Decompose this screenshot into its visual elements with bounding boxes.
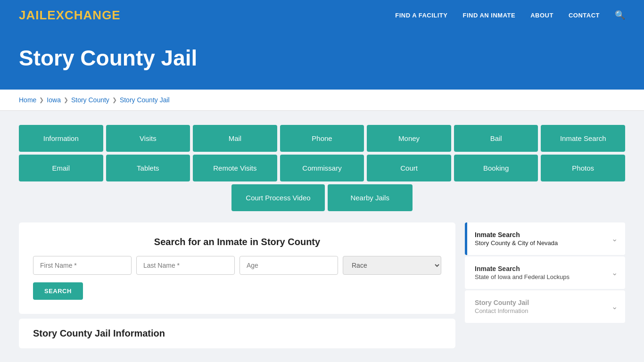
sidebar-item-text-1: Inmate Search Story County & City of Nev… [475,231,558,247]
breadcrumb-sep-2: ❯ [64,97,68,103]
sidebar-item-inmate-search-iowa[interactable]: Inmate Search State of Iowa and Federal … [465,256,625,289]
search-button[interactable]: SEARCH [33,282,83,300]
left-column: Search for an Inmate in Story County Rac… [19,222,455,348]
site-logo[interactable]: JAILEXCHANGE [19,8,121,23]
sidebar-item-inmate-search-county[interactable]: Inmate Search Story County & City of Nev… [465,222,625,255]
btn-commissary[interactable]: Commissary [280,155,364,181]
hero-section: Story County Jail [0,30,644,90]
age-input[interactable] [239,256,338,275]
search-icon[interactable]: 🔍 [615,10,625,20]
main-nav: FIND A FACILITY FIND AN INMATE ABOUT CON… [395,10,625,20]
search-box: Search for an Inmate in Story County Rac… [19,222,455,314]
breadcrumb-bar: Home ❯ Iowa ❯ Story County ❯ Story Count… [0,90,644,111]
breadcrumb-iowa[interactable]: Iowa [47,96,61,104]
breadcrumb-home[interactable]: Home [19,96,36,104]
btn-tablets[interactable]: Tablets [106,155,190,181]
btn-nearby-jails[interactable]: Nearby Jails [328,184,413,211]
btn-booking[interactable]: Booking [454,155,538,181]
sidebar-item-contact[interactable]: Story County Jail Contact Information ⌄ [465,290,625,323]
btn-court-process-video[interactable]: Court Process Video [231,184,324,211]
chevron-down-icon-2: ⌄ [611,268,618,277]
btn-information[interactable]: Information [19,125,103,152]
chevron-down-icon-3: ⌄ [611,302,618,311]
logo-exchange: EXCHANGE [47,8,120,22]
nav-contact[interactable]: CONTACT [569,12,600,19]
sidebar-item-top-3: Story County Jail [475,299,529,306]
breadcrumb-sep-3: ❯ [112,97,117,103]
btn-court[interactable]: Court [367,155,451,181]
search-title: Search for an Inmate in Story County [33,237,441,247]
btn-email[interactable]: Email [19,155,103,181]
sidebar-item-bottom-1: Story County & City of Nevada [475,239,558,247]
search-inputs: Race White Black Hispanic Asian Other [33,256,441,275]
btn-photos[interactable]: Photos [541,155,625,181]
btn-remote-visits[interactable]: Remote Visits [193,155,277,181]
sidebar-item-bottom-3: Contact Information [475,307,529,314]
sidebar-item-text-3: Story County Jail Contact Information [475,299,529,314]
nav-find-inmate[interactable]: FIND AN INMATE [462,12,515,19]
breadcrumb: Home ❯ Iowa ❯ Story County ❯ Story Count… [19,96,625,104]
sidebar: Inmate Search Story County & City of Nev… [465,222,625,324]
breadcrumb-current: Story County Jail [120,96,170,104]
btn-mail[interactable]: Mail [193,125,277,152]
btn-inmate-search[interactable]: Inmate Search [541,125,625,152]
content-lower: Search for an Inmate in Story County Rac… [19,222,625,348]
btn-visits[interactable]: Visits [106,125,190,152]
btn-bail[interactable]: Bail [454,125,538,152]
logo-jail: JAIL [19,8,47,22]
breadcrumb-story-county[interactable]: Story County [71,96,109,104]
nav-find-facility[interactable]: FIND A FACILITY [395,12,447,19]
last-name-input[interactable] [136,256,235,275]
btn-phone[interactable]: Phone [280,125,364,152]
nav-about[interactable]: ABOUT [530,12,553,19]
site-header: JAILEXCHANGE FIND A FACILITY FIND AN INM… [0,0,644,30]
first-name-input[interactable] [33,256,132,275]
breadcrumb-sep-1: ❯ [39,97,44,103]
section-heading: Story County Jail Information [33,328,441,339]
sidebar-item-text-2: Inmate Search State of Iowa and Federal … [475,265,570,280]
btn-money[interactable]: Money [367,125,451,152]
grid-row-1: Information Visits Mail Phone Money Bail… [19,125,625,152]
sidebar-item-top-2: Inmate Search [475,265,570,272]
chevron-down-icon-1: ⌄ [611,234,618,243]
grid-row-2: Email Tablets Remote Visits Commissary C… [19,155,625,181]
sidebar-item-top-1: Inmate Search [475,231,558,239]
race-select[interactable]: Race White Black Hispanic Asian Other [343,256,441,275]
main-area: Information Visits Mail Phone Money Bail… [0,111,644,362]
grid-row-3: Court Process Video Nearby Jails [19,184,625,211]
sidebar-item-bottom-2: State of Iowa and Federal Lockups [475,273,570,280]
section-title: Story County Jail Information [19,319,455,348]
page-title: Story County Jail [19,45,625,71]
